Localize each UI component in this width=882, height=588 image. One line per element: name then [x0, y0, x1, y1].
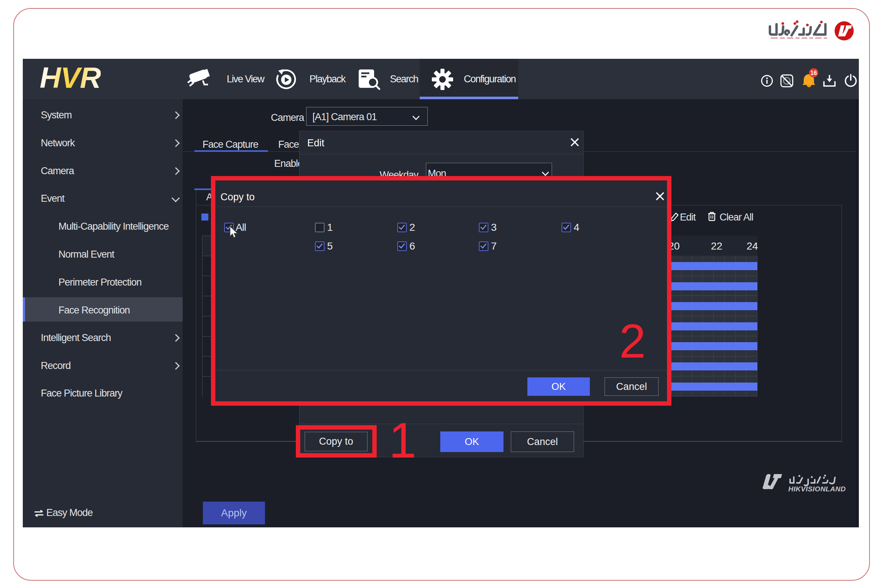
- svg-text:HIKVISIONLAND: HIKVISIONLAND: [788, 485, 846, 493]
- svg-text:16: 16: [810, 70, 817, 76]
